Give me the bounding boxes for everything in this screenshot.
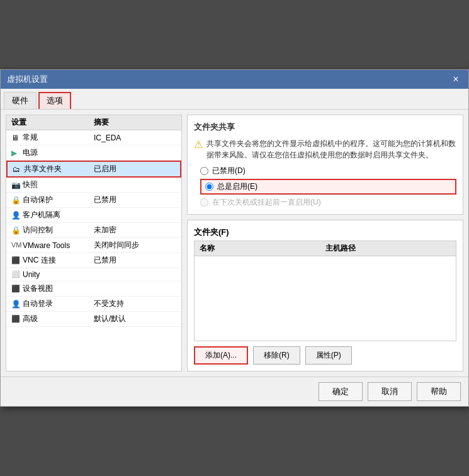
col-name: 名称 [200, 243, 325, 254]
vmware-tools-icon: VM [11, 241, 20, 250]
settings-list-panel: 设置 摘要 🖥 常规 IC_EDA ▶ 电源 [6, 115, 182, 371]
power-icon: ▶ [11, 149, 20, 157]
cancel-button[interactable]: 取消 [368, 382, 412, 401]
list-item-advanced[interactable]: ⬛ 高级 默认/默认 [6, 312, 181, 327]
list-item-isolation[interactable]: 👤 客户机隔离 [6, 208, 181, 223]
warning-row: ⚠ 共享文件夹会将您的文件显示给虚拟机中的程序。这可能为您的计算机和数据带来风险… [194, 138, 456, 161]
folder-actions: 添加(A)... 移除(R) 属性(P) [194, 346, 456, 365]
dialog-title: 虚拟机设置 [7, 74, 48, 85]
radio-always[interactable]: 总是启用(E) [200, 179, 456, 195]
tab-options[interactable]: 选项 [38, 92, 71, 109]
list-header: 设置 摘要 [6, 115, 181, 130]
list-item-general[interactable]: 🖥 常规 IC_EDA [6, 130, 181, 145]
list-item-access-control[interactable]: 🔒 访问控制 未加密 [6, 223, 181, 238]
sharing-mode-radio-group: 已禁用(D) 总是启用(E) 在下次关机或挂起前一直启用(U) [194, 166, 456, 208]
folder-table-header: 名称 主机路径 [195, 241, 456, 256]
snapshot-icon: 📷 [11, 181, 20, 190]
list-item-power[interactable]: ▶ 电源 [6, 145, 181, 161]
list-item-autosave[interactable]: 🔒 自动保护 已禁用 [6, 193, 181, 208]
warning-text: 共享文件夹会将您的文件显示给虚拟机中的程序。这可能为您的计算机和数据带来风险。请… [206, 138, 456, 161]
radio-disabled-input[interactable] [200, 167, 208, 175]
folder-table: 名称 主机路径 [194, 241, 456, 341]
list-item-unity[interactable]: ⬜ Unity [6, 268, 181, 281]
folder-section-label: 文件夹(F) [194, 227, 456, 238]
list-item-snapshot[interactable]: 📷 快照 [6, 178, 181, 193]
radio-until-shutdown[interactable]: 在下次关机或挂起前一直启用(U) [200, 197, 456, 208]
virtual-machine-settings-dialog: 虚拟机设置 × 硬件 选项 设置 摘要 🖥 常规 IC_EDA [0, 69, 469, 407]
autologin-icon: 👤 [11, 300, 20, 309]
folder-table-body [195, 256, 456, 332]
devices-icon: ⬛ [11, 285, 20, 293]
cpu-icon: 🖥 [11, 133, 20, 142]
folder-table-section: 文件夹(F) 名称 主机路径 添加(A)... 移除(R) 属性(P) [187, 220, 463, 371]
vnc-icon: ⬛ [11, 256, 20, 265]
access-control-icon: 🔒 [11, 226, 20, 235]
unity-icon: ⬜ [11, 270, 20, 279]
advanced-icon: ⬛ [11, 315, 20, 324]
radio-until-shutdown-input[interactable] [200, 198, 208, 207]
help-button[interactable]: 帮助 [417, 382, 461, 401]
bottom-bar: 确定 取消 帮助 [1, 377, 468, 406]
tab-bar: 硬件 选项 [1, 89, 468, 110]
radio-always-input[interactable] [205, 183, 213, 191]
add-button[interactable]: 添加(A)... [194, 346, 248, 365]
autosave-icon: 🔒 [11, 196, 20, 205]
tab-hardware[interactable]: 硬件 [4, 92, 37, 109]
list-item-vnc[interactable]: ⬛ VNC 连接 已禁用 [6, 253, 181, 268]
close-button[interactable]: × [449, 74, 462, 84]
right-panel: 文件夹共享 ⚠ 共享文件夹会将您的文件显示给虚拟机中的程序。这可能为您的计算机和… [187, 115, 463, 371]
content-area: 设置 摘要 🖥 常规 IC_EDA ▶ 电源 [1, 110, 468, 377]
isolation-icon: 👤 [11, 211, 20, 220]
radio-disabled[interactable]: 已禁用(D) [200, 166, 456, 176]
warning-icon: ⚠ [194, 139, 203, 161]
remove-button[interactable]: 移除(R) [253, 346, 300, 365]
radio-always-label[interactable]: 总是启用(E) [217, 181, 257, 192]
list-item-shared-folders[interactable]: 🗂 共享文件夹 已启用 [6, 161, 181, 178]
list-item-vmware-tools[interactable]: VM VMware Tools 关闭时间同步 [6, 238, 181, 253]
radio-until-shutdown-label: 在下次关机或挂起前一直启用(U) [212, 197, 321, 208]
title-bar: 虚拟机设置 × [1, 70, 468, 89]
radio-disabled-label[interactable]: 已禁用(D) [212, 166, 246, 176]
col-host-path: 主机路径 [325, 243, 451, 254]
list-item-autologin[interactable]: 👤 自动登录 不受支持 [6, 297, 181, 312]
shared-folder-title: 文件夹共享 [194, 122, 456, 133]
confirm-button[interactable]: 确定 [319, 382, 363, 401]
shared-folder-icon: 🗂 [13, 165, 21, 174]
shared-folder-section: 文件夹共享 ⚠ 共享文件夹会将您的文件显示给虚拟机中的程序。这可能为您的计算机和… [187, 115, 463, 215]
list-item-devices[interactable]: ⬛ 设备视图 [6, 281, 181, 297]
properties-button[interactable]: 属性(P) [305, 346, 352, 365]
